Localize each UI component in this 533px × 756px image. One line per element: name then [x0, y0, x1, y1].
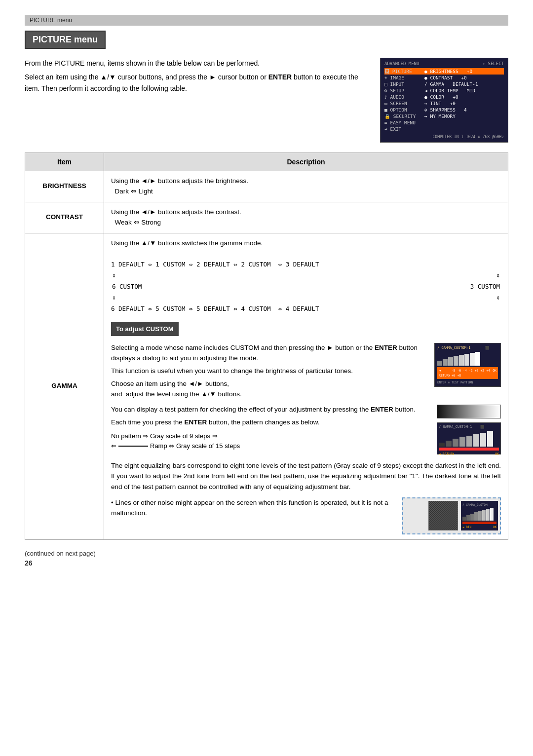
breadcrumb: PICTURE menu: [25, 15, 508, 26]
intro-section: From the PICTURE menu, items shown in th…: [25, 58, 508, 143]
item-gamma: GAMMA: [25, 233, 104, 539]
menu-row-security: 🔒 SECURITY ↔ MY MEMORY: [384, 113, 504, 119]
table-header-row: Item Description: [25, 153, 508, 171]
menu-row-image: ☀ IMAGE ● CONTRAST +0: [384, 75, 504, 81]
desc-contrast: Using the ◄/► buttons adjusts the contra…: [104, 202, 508, 233]
noise-image: / GAMMA_CUSTOM: [402, 497, 501, 534]
custom-desc-section: Selecting a mode whose name includes CUS…: [111, 343, 501, 400]
noise-text: • Lines or other noise might appear on t…: [111, 497, 394, 519]
is-return-bar: ◄ RETURN -8 -6 -4 -2 +0 +2 +4 +6 +8 OK: [437, 367, 498, 379]
gamma-long-text: The eight equalizing bars correspond to …: [111, 460, 501, 492]
menu-footer: COMPUTER IN 1 1024 x 768 @60Hz: [384, 135, 504, 139]
continued-text: (continued on next page): [25, 550, 508, 557]
gradient-test-image: [437, 405, 501, 418]
gamma-flow-diagram: 1 DEFAULT ⇔ 1 CUSTOM ⇔ 2 DEFAULT ⇔ 2 CUS…: [111, 259, 501, 315]
custom-desc-text: Selecting a mode whose name includes CUS…: [111, 343, 428, 400]
page-title: PICTURE menu: [25, 31, 106, 49]
table-row-contrast: CONTRAST Using the ◄/► buttons adjusts t…: [25, 202, 508, 233]
menu-row-screen: ▭ SCREEN ↔ TINT +0: [384, 100, 504, 107]
gradient-bar: [437, 405, 501, 418]
intro-para1: From the PICTURE menu, items shown in th…: [25, 58, 370, 69]
inline-gamma-screen: / GAMMA_CUSTOM-1 ⬛: [434, 343, 501, 387]
desc-gamma: Using the ▲/▼ buttons switches the gamma…: [104, 233, 508, 539]
breadcrumb-text: PICTURE menu: [30, 17, 72, 24]
menu-header: ADVANCED MENU ✦ SELECT: [384, 61, 504, 66]
gamma-switches-text: Using the ▲/▼ buttons switches the gamma…: [111, 238, 501, 249]
intro-para2: Select an item using the ▲/▼ cursor butt…: [25, 72, 370, 94]
item-brightness: BRIGHTNESS: [25, 171, 104, 202]
menu-row-exit: ↩ EXIT: [384, 126, 504, 132]
table-row-gamma: GAMMA Using the ▲/▼ buttons switches the…: [25, 233, 508, 539]
page-footer: (continued on next page) 26: [25, 550, 508, 567]
table-row-brightness: BRIGHTNESS Using the ◄/► buttons adjusts…: [25, 171, 508, 202]
gamma-custom-screen: / GAMMA_CUSTOM-1 ⬛: [434, 343, 501, 387]
menu-row-picture: 🖼 PICTURE ● BRIGHTNESS +0: [384, 68, 504, 75]
desc-brightness: Using the ◄/► buttons adjusts the bright…: [104, 171, 508, 202]
item-contrast: CONTRAST: [25, 202, 104, 233]
noise-screen-mockup: / GAMMA_CUSTOM: [461, 501, 498, 530]
gamma-flow-row2: ⇕⇕: [111, 270, 501, 281]
menu-row-audio: ♪ AUDIO ● COLOR +0: [384, 94, 504, 100]
is-nav: ENTER ⊙ TEST PATTERN: [437, 380, 498, 384]
gamma-flow-row3: 6 CUSTOM3 CUSTOM: [111, 281, 501, 293]
page-number: 26: [25, 559, 508, 567]
menu-row-setup: ⚙ SETUP ◄ COLOR TEMP MID: [384, 87, 504, 94]
intro-text: From the PICTURE menu, items shown in th…: [25, 58, 370, 97]
gamma-test-section: You can display a test pattern for check…: [111, 405, 501, 454]
col-item-header: Item: [25, 153, 104, 171]
menu-row-input: □ INPUT / GAMMA DEFAULT-1: [384, 81, 504, 87]
col-desc-header: Description: [104, 153, 508, 171]
gamma-test-text: You can display a test pattern for check…: [111, 405, 425, 454]
gamma-flow-row5: 6 DEFAULT ⇔ 5 CUSTOM ⇔ 5 DEFAULT ⇔ 4 CUS…: [111, 303, 501, 315]
gamma-flow-row4: ⇕⇕: [111, 292, 501, 303]
gamma-flow-row1: 1 DEFAULT ⇔ 1 CUSTOM ⇔ 2 DEFAULT ⇔ 2 CUS…: [111, 259, 501, 270]
tpb-red-bar: [439, 448, 499, 451]
custom-box: To adjust CUSTOM: [111, 322, 179, 336]
test-pattern-section: You can display a test pattern for check…: [111, 405, 501, 454]
main-table: Item Description BRIGHTNESS Using the ◄/…: [25, 152, 508, 540]
tpb-controls: ◄ RETURNOK: [439, 452, 499, 456]
menu-screenshot: ADVANCED MENU ✦ SELECT 🖼 PICTURE ● BRIGH…: [380, 58, 508, 143]
noise-section: • Lines or other noise might appear on t…: [111, 497, 501, 534]
menu-row-easymenu: ≡ EASY MENU: [384, 119, 504, 126]
menu-row-option: ■ OPTION ⊙ SHARPNESS 4: [384, 107, 504, 113]
noise-bars: [462, 508, 496, 521]
test-pattern-bars: / GAMMA_CUSTOM-1 ⬛: [437, 422, 501, 454]
noise-dashed-box: / GAMMA_CUSTOM: [402, 497, 501, 534]
noise-pattern: [428, 501, 458, 530]
gamma-side-images: / GAMMA_CUSTOM-1 ⬛: [432, 405, 501, 454]
